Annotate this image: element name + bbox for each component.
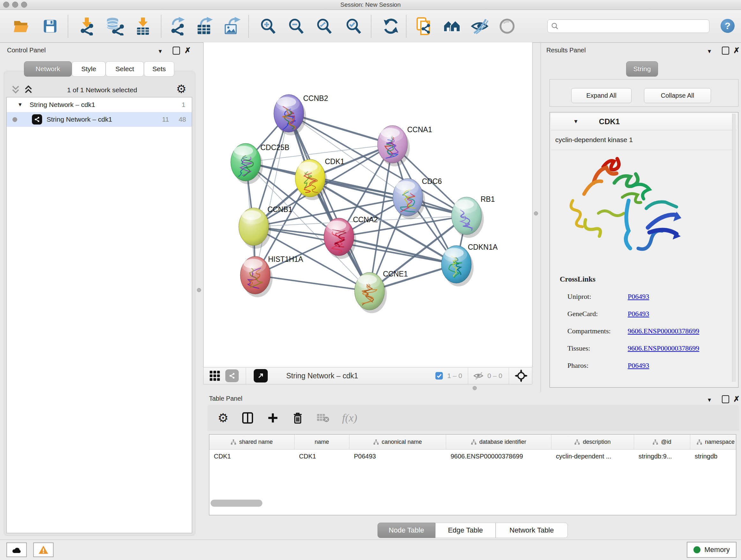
network-from-selection-icon[interactable] [415, 17, 433, 35]
results-panel-float-icon[interactable] [722, 47, 729, 55]
warning-icon [38, 545, 49, 555]
import-network-file-icon[interactable] [78, 17, 96, 35]
crosslink-link[interactable]: P06493 [628, 293, 649, 301]
hidden-counts: 0 – 0 [487, 372, 502, 380]
selected-counts: 1 – 0 [448, 372, 462, 380]
cloud-button[interactable] [6, 543, 27, 557]
delete-column-trash-icon[interactable] [292, 412, 304, 424]
results-panel-close-icon[interactable]: ✗ [733, 46, 740, 55]
zoom-fit-icon[interactable] [316, 17, 333, 35]
table-panel-float-icon[interactable] [722, 395, 729, 403]
search-input[interactable] [559, 22, 701, 30]
table-settings-gear-icon[interactable]: ⚙ [218, 411, 228, 425]
results-panel-title: Results Panel [546, 47, 586, 54]
svg-text:HIST1H1A: HIST1H1A [268, 255, 304, 263]
node-table: shared namenamecanonical namedatabase id… [209, 434, 736, 515]
hide-eye-slash-icon[interactable] [470, 17, 489, 35]
tab-string[interactable]: String [626, 61, 658, 77]
table-panel-collapse-icon[interactable]: ▾ [708, 396, 711, 403]
collapse-all-tree-icon[interactable] [11, 85, 20, 95]
column-header-shared-name[interactable]: shared name [209, 435, 294, 449]
horizontal-splitter-handle[interactable] [473, 386, 477, 390]
tab-style[interactable]: Style [72, 61, 106, 77]
gene-section-header[interactable]: ▼ CDK1 [551, 113, 737, 130]
results-scrollbar[interactable] [732, 114, 736, 382]
right-splitter-handle[interactable] [534, 211, 538, 215]
crosslink-link[interactable]: P06493 [628, 361, 649, 370]
table-toolbar: ⚙ f(x) [207, 405, 739, 431]
zoom-out-icon[interactable] [288, 17, 305, 35]
houses-icon[interactable] [442, 17, 461, 35]
table-panel-close-icon[interactable]: ✗ [733, 395, 740, 403]
expand-all-button[interactable]: Expand All [571, 88, 631, 103]
column-header--id[interactable]: @id [634, 435, 690, 449]
zoom-in-icon[interactable] [260, 17, 276, 35]
tab-network-table[interactable]: Network Table [495, 523, 568, 538]
table-cell[interactable]: stringdb [690, 449, 741, 463]
birdseye-crosshair-icon[interactable] [515, 369, 528, 382]
collapse-all-button[interactable]: Collapse All [644, 88, 711, 103]
crosslink-link[interactable]: 9606.ENSP00000378699 [628, 327, 699, 335]
tab-select[interactable]: Select [106, 61, 144, 77]
column-header-name[interactable]: name [294, 435, 349, 449]
network-options-gear-icon[interactable]: ⚙ [176, 82, 186, 96]
show-columns-icon[interactable] [241, 412, 254, 424]
left-splitter-handle[interactable] [197, 288, 201, 292]
save-session-icon[interactable] [42, 17, 58, 35]
column-header-namespace[interactable]: namespace [690, 435, 741, 449]
export-table-icon[interactable] [195, 17, 214, 35]
help-button[interactable]: ? [721, 19, 735, 33]
tab-network[interactable]: Network [24, 61, 72, 77]
delete-table-icon[interactable] [317, 413, 329, 423]
table-cell[interactable]: cyclin-dependent ... [551, 449, 634, 463]
svg-text:CDC6: CDC6 [422, 177, 442, 186]
warning-button[interactable] [33, 543, 54, 557]
tab-sets[interactable]: Sets [144, 61, 174, 77]
table-row[interactable]: CDK1CDK1P064939606.ENSP00000378699cyclin… [209, 449, 736, 463]
hidden-eye-slash-icon[interactable] [473, 371, 483, 381]
table-cell[interactable]: 9606.ENSP00000378699 [446, 449, 551, 463]
show-eye-icon[interactable] [498, 17, 516, 35]
function-builder-icon[interactable]: f(x) [342, 412, 357, 424]
table-horizontal-scrollbar[interactable] [211, 500, 262, 507]
control-panel-close-icon[interactable]: ✗ [185, 46, 191, 55]
expand-all-tree-icon[interactable] [24, 85, 32, 95]
svg-text:CCNB1: CCNB1 [267, 205, 292, 213]
import-table-file-icon[interactable] [134, 17, 152, 35]
search-icon [551, 22, 559, 30]
crosslink-link[interactable]: 9606.ENSP00000378699 [628, 344, 699, 353]
grid-view-icon[interactable] [209, 370, 221, 382]
apply-layout-icon[interactable] [382, 17, 400, 35]
open-session-icon[interactable] [13, 17, 29, 35]
open-in-window-icon[interactable] [254, 369, 268, 382]
add-column-icon[interactable] [267, 412, 279, 424]
string-share-icon[interactable] [225, 369, 239, 382]
selected-checkbox-icon[interactable] [434, 371, 444, 380]
crosslink-link[interactable]: P06493 [628, 310, 649, 318]
column-header-canonical-name[interactable]: canonical name [349, 435, 446, 449]
string-network-graph[interactable]: CCNB2CCNA1CDC25BCDK1CDC6RB1CCNB1CCNA2CDK… [203, 43, 532, 367]
tab-node-table[interactable]: Node Table [378, 523, 435, 538]
tab-edge-table[interactable]: Edge Table [435, 523, 495, 538]
gene-collapse-triangle-icon[interactable]: ▼ [573, 118, 579, 125]
column-header-label: name [315, 439, 329, 445]
zoom-selected-icon[interactable] [345, 17, 362, 35]
table-cell[interactable]: stringdb:9... [634, 449, 690, 463]
column-header-database-identifier[interactable]: database identifier [446, 435, 551, 449]
network-tree-root-row[interactable]: ▼ String Network – cdk1 1 [7, 98, 192, 112]
column-type-icon [374, 439, 379, 445]
results-panel-collapse-icon[interactable]: ▾ [708, 47, 711, 55]
table-cell[interactable]: CDK1 [209, 449, 294, 463]
tree-expand-triangle-icon[interactable]: ▼ [17, 102, 23, 108]
column-header-description[interactable]: description [551, 435, 634, 449]
table-cell[interactable]: CDK1 [294, 449, 349, 463]
import-network-database-icon[interactable] [105, 17, 125, 35]
control-panel-float-icon[interactable] [173, 47, 180, 55]
export-network-icon[interactable] [169, 17, 186, 35]
table-panel-title: Table Panel [209, 395, 243, 402]
memory-button[interactable]: Memory [687, 542, 737, 558]
export-image-icon[interactable] [223, 17, 241, 35]
control-panel-collapse-icon[interactable]: ▾ [158, 47, 162, 55]
table-cell[interactable]: P06493 [349, 449, 446, 463]
network-tree-child-row[interactable]: String Network – cdk1 11 48 [7, 112, 192, 127]
